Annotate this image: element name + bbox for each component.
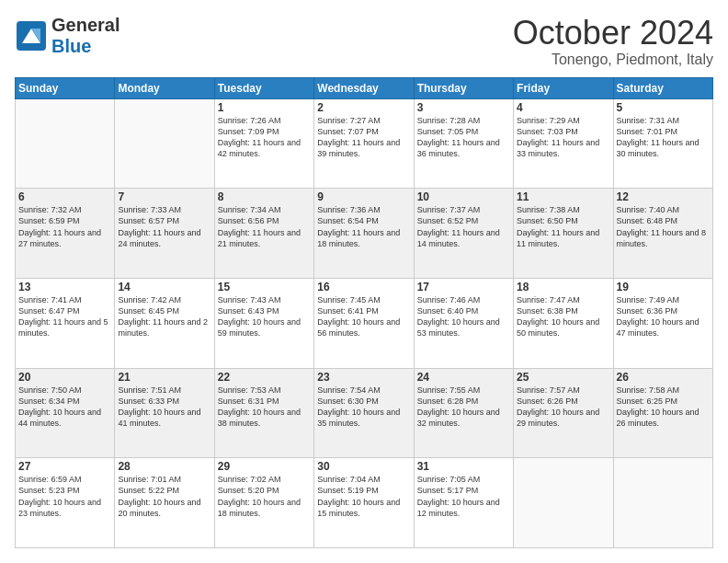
sunset-text: Sunset: 6:28 PM [417, 396, 479, 406]
col-wednesday: Wednesday [314, 77, 414, 98]
day-info: Sunrise: 7:34 AMSunset: 6:56 PMDaylight:… [218, 204, 311, 249]
sunrise-text: Sunrise: 6:59 AM [18, 475, 82, 484]
daylight-text: Daylight: 10 hours and 53 minutes. [417, 317, 500, 338]
table-row: 27Sunrise: 6:59 AMSunset: 5:23 PMDayligh… [16, 458, 115, 548]
sunrise-text: Sunrise: 7:27 AM [317, 116, 381, 125]
day-info: Sunrise: 7:47 AMSunset: 6:38 PMDaylight:… [517, 294, 609, 339]
calendar-week-row: 27Sunrise: 6:59 AMSunset: 5:23 PMDayligh… [16, 458, 713, 548]
sunrise-text: Sunrise: 7:43 AM [218, 295, 281, 304]
day-number: 25 [517, 371, 609, 384]
calendar-header-row: Sunday Monday Tuesday Wednesday Thursday… [16, 77, 713, 98]
day-info: Sunrise: 7:55 AMSunset: 6:28 PMDaylight:… [417, 385, 510, 430]
day-number: 22 [218, 371, 311, 384]
col-friday: Friday [514, 77, 613, 98]
table-row: 23Sunrise: 7:54 AMSunset: 6:30 PMDayligh… [314, 368, 414, 458]
day-info: Sunrise: 7:38 AMSunset: 6:50 PMDaylight:… [517, 204, 609, 249]
table-row: 19Sunrise: 7:49 AMSunset: 6:36 PMDayligh… [613, 278, 712, 368]
title-area: October 2024 Tonengo, Piedmont, Italy [513, 15, 713, 68]
table-row: 10Sunrise: 7:37 AMSunset: 6:52 PMDayligh… [414, 189, 513, 279]
sunrise-text: Sunrise: 7:28 AM [417, 116, 481, 125]
table-row: 26Sunrise: 7:58 AMSunset: 6:25 PMDayligh… [613, 368, 712, 458]
table-row: 24Sunrise: 7:55 AMSunset: 6:28 PMDayligh… [414, 368, 513, 458]
table-row: 8Sunrise: 7:34 AMSunset: 6:56 PMDaylight… [214, 189, 313, 279]
table-row: 20Sunrise: 7:50 AMSunset: 6:34 PMDayligh… [16, 368, 115, 458]
col-tuesday: Tuesday [214, 77, 313, 98]
daylight-text: Daylight: 10 hours and 15 minutes. [317, 498, 400, 518]
day-info: Sunrise: 7:43 AMSunset: 6:43 PMDaylight:… [218, 294, 311, 339]
day-number: 12 [617, 190, 710, 203]
daylight-text: Daylight: 11 hours and 33 minutes. [517, 138, 599, 158]
daylight-text: Daylight: 10 hours and 47 minutes. [617, 317, 700, 338]
sunrise-text: Sunrise: 7:46 AM [417, 295, 481, 304]
sunrise-text: Sunrise: 7:57 AM [517, 385, 580, 395]
day-info: Sunrise: 7:04 AMSunset: 5:19 PMDaylight:… [317, 474, 410, 519]
daylight-text: Daylight: 10 hours and 41 minutes. [118, 408, 200, 428]
page: General Blue October 2024 Tonengo, Piedm… [0, 0, 728, 563]
daylight-text: Daylight: 10 hours and 59 minutes. [218, 317, 301, 338]
col-saturday: Saturday [613, 77, 712, 98]
sunset-text: Sunset: 6:40 PM [417, 306, 479, 316]
day-info: Sunrise: 6:59 AMSunset: 5:23 PMDaylight:… [18, 474, 111, 519]
header: General Blue October 2024 Tonengo, Piedm… [15, 15, 713, 68]
day-number: 2 [317, 101, 410, 114]
sunset-text: Sunset: 5:17 PM [417, 486, 479, 495]
sunset-text: Sunset: 7:05 PM [417, 127, 479, 136]
logo: General Blue [15, 15, 119, 57]
table-row [514, 458, 613, 548]
table-row [115, 98, 214, 189]
table-row: 1Sunrise: 7:26 AMSunset: 7:09 PMDaylight… [214, 98, 313, 189]
sunrise-text: Sunrise: 7:47 AM [517, 295, 580, 304]
table-row: 9Sunrise: 7:36 AMSunset: 6:54 PMDaylight… [314, 189, 414, 279]
table-row: 14Sunrise: 7:42 AMSunset: 6:45 PMDayligh… [115, 278, 214, 368]
sunset-text: Sunset: 6:45 PM [118, 306, 179, 316]
sunset-text: Sunset: 7:01 PM [617, 127, 678, 136]
calendar-week-row: 6Sunrise: 7:32 AMSunset: 6:59 PMDaylight… [16, 189, 713, 279]
day-info: Sunrise: 7:01 AMSunset: 5:22 PMDaylight:… [118, 474, 210, 519]
table-row [16, 98, 115, 189]
table-row: 2Sunrise: 7:27 AMSunset: 7:07 PMDaylight… [314, 98, 414, 189]
day-info: Sunrise: 7:57 AMSunset: 6:26 PMDaylight:… [517, 385, 609, 430]
day-number: 17 [417, 281, 510, 293]
day-number: 10 [417, 190, 510, 203]
sunrise-text: Sunrise: 7:04 AM [317, 475, 381, 484]
sunset-text: Sunset: 6:50 PM [517, 216, 578, 225]
day-number: 15 [218, 281, 311, 293]
day-number: 28 [118, 460, 210, 473]
calendar-week-row: 20Sunrise: 7:50 AMSunset: 6:34 PMDayligh… [16, 368, 713, 458]
day-number: 31 [417, 460, 510, 473]
daylight-text: Daylight: 10 hours and 35 minutes. [317, 408, 400, 428]
day-number: 14 [118, 281, 210, 293]
table-row: 6Sunrise: 7:32 AMSunset: 6:59 PMDaylight… [16, 189, 115, 279]
day-number: 23 [317, 371, 410, 384]
sunrise-text: Sunrise: 7:34 AM [218, 205, 281, 214]
day-number: 24 [417, 371, 510, 384]
daylight-text: Daylight: 10 hours and 56 minutes. [317, 317, 400, 338]
table-row: 13Sunrise: 7:41 AMSunset: 6:47 PMDayligh… [16, 278, 115, 368]
sunrise-text: Sunrise: 7:51 AM [118, 385, 181, 395]
table-row: 15Sunrise: 7:43 AMSunset: 6:43 PMDayligh… [214, 278, 313, 368]
day-number: 21 [118, 371, 210, 384]
day-number: 27 [18, 460, 111, 473]
daylight-text: Daylight: 11 hours and 24 minutes. [118, 228, 200, 248]
day-number: 30 [317, 460, 410, 473]
sunset-text: Sunset: 6:34 PM [18, 396, 80, 406]
sunrise-text: Sunrise: 7:29 AM [517, 116, 580, 125]
daylight-text: Daylight: 10 hours and 23 minutes. [18, 498, 101, 518]
sunset-text: Sunset: 6:52 PM [417, 216, 479, 225]
sunset-text: Sunset: 7:09 PM [218, 127, 279, 136]
daylight-text: Daylight: 11 hours and 14 minutes. [417, 228, 500, 248]
day-info: Sunrise: 7:49 AMSunset: 6:36 PMDaylight:… [617, 294, 710, 339]
sunset-text: Sunset: 5:19 PM [317, 486, 379, 495]
day-info: Sunrise: 7:05 AMSunset: 5:17 PMDaylight:… [417, 474, 510, 519]
day-info: Sunrise: 7:28 AMSunset: 7:05 PMDaylight:… [417, 115, 510, 160]
day-info: Sunrise: 7:32 AMSunset: 6:59 PMDaylight:… [18, 204, 111, 249]
sunset-text: Sunset: 7:03 PM [517, 127, 578, 136]
day-info: Sunrise: 7:31 AMSunset: 7:01 PMDaylight:… [617, 115, 710, 160]
day-info: Sunrise: 7:33 AMSunset: 6:57 PMDaylight:… [118, 204, 210, 249]
sunset-text: Sunset: 6:48 PM [617, 216, 678, 225]
daylight-text: Daylight: 10 hours and 29 minutes. [517, 408, 599, 428]
day-number: 11 [517, 190, 609, 203]
col-thursday: Thursday [414, 77, 513, 98]
sunrise-text: Sunrise: 7:32 AM [18, 205, 82, 214]
table-row [613, 458, 712, 548]
